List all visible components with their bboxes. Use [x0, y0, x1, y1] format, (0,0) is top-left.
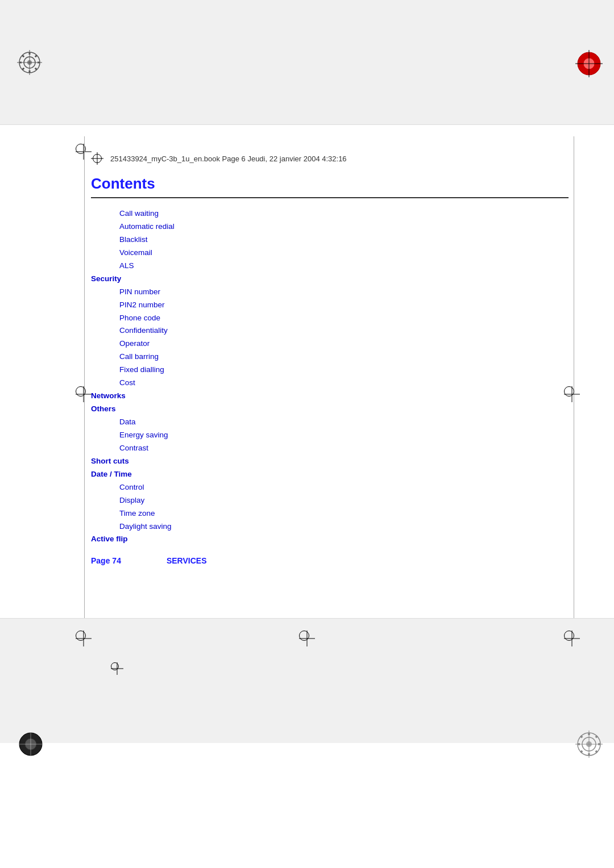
svg-line-31: [596, 751, 598, 753]
toc-item-blacklist[interactable]: Blacklist: [119, 233, 569, 247]
services-label: SERVICES: [167, 556, 207, 565]
reg-mark-bottom-left: [17, 731, 44, 760]
toc-item-energy-saving[interactable]: Energy saving: [119, 429, 569, 442]
top-strip: [0, 0, 614, 125]
toc-item-security[interactable]: Security: [91, 273, 569, 286]
toc-item-data[interactable]: Data: [119, 416, 569, 429]
svg-line-30: [580, 736, 582, 737]
file-info-bar: 251433924_myC-3b_1u_en.book Page 6 Jeudi…: [91, 152, 569, 165]
toc-item-cost[interactable]: Cost: [119, 377, 569, 390]
svg-line-32: [580, 751, 582, 753]
reg-mark-middle-right: [564, 386, 580, 402]
reg-mark-bottom-left-inner: [111, 662, 123, 675]
main-content: Contents Call waiting Automatic redial B…: [91, 175, 569, 567]
reg-mark-bottom-left-cross: [76, 631, 92, 646]
toc-item-voicemail[interactable]: Voicemail: [119, 247, 569, 260]
page-title: Contents: [91, 175, 569, 193]
page-container: 251433924_myC-3b_1u_en.book Page 6 Jeudi…: [0, 0, 614, 868]
reg-mark-bottom-right-cross: [564, 631, 580, 646]
reg-mark-top-left-cross: [76, 144, 92, 160]
svg-line-12: [35, 55, 37, 57]
toc-item-confidentiality[interactable]: Confidentiality: [119, 324, 569, 337]
svg-line-10: [35, 68, 37, 70]
toc-item-networks[interactable]: Networks: [91, 390, 569, 403]
toc-item-short-cuts[interactable]: Short cuts: [91, 455, 569, 468]
svg-line-33: [596, 736, 598, 737]
heading-underline: [91, 197, 569, 198]
reg-mark-bottom-right: [575, 731, 603, 760]
toc-item-call-waiting[interactable]: Call waiting: [119, 207, 569, 220]
reg-mark-middle-left: [76, 386, 92, 402]
toc-item-daylight-saving[interactable]: Daylight saving: [119, 520, 569, 533]
toc-item-automatic-redial[interactable]: Automatic redial: [119, 220, 569, 233]
file-info-text: 251433924_myC-3b_1u_en.book Page 6 Jeudi…: [110, 155, 347, 163]
toc-item-time-zone[interactable]: Time zone: [119, 507, 569, 520]
toc-item-date-time[interactable]: Date / Time: [91, 468, 569, 481]
toc-item-operator[interactable]: Operator: [119, 337, 569, 350]
toc-item-als[interactable]: ALS: [119, 260, 569, 273]
toc-item-pin2-number[interactable]: PIN2 number: [119, 299, 569, 312]
page-number-label: Page 74: [91, 556, 121, 565]
vline-left: [84, 136, 85, 629]
reg-mark-top-left: [17, 50, 42, 77]
toc-item-display[interactable]: Display: [119, 494, 569, 507]
toc-item-contrast[interactable]: Contrast: [119, 442, 569, 455]
toc-item-phone-code[interactable]: Phone code: [119, 312, 569, 325]
toc-item-active-flip[interactable]: Active flip: [91, 533, 569, 546]
svg-line-9: [22, 55, 24, 57]
reg-mark-bottom-center: [299, 631, 315, 646]
toc-item-pin-number[interactable]: PIN number: [119, 286, 569, 299]
toc-item-others[interactable]: Others: [91, 403, 569, 416]
vline-right: [574, 136, 574, 629]
toc-item-control[interactable]: Control: [119, 481, 569, 494]
services-row: Page 74 SERVICES: [91, 556, 569, 565]
toc-item-fixed-dialling[interactable]: Fixed dialling: [119, 364, 569, 377]
reg-mark-top-right: [575, 50, 603, 80]
svg-line-11: [22, 68, 24, 70]
toc-item-call-barring[interactable]: Call barring: [119, 350, 569, 364]
file-info-crosshair: [91, 152, 103, 165]
toc-list: Call waiting Automatic redial Blacklist …: [91, 207, 569, 546]
